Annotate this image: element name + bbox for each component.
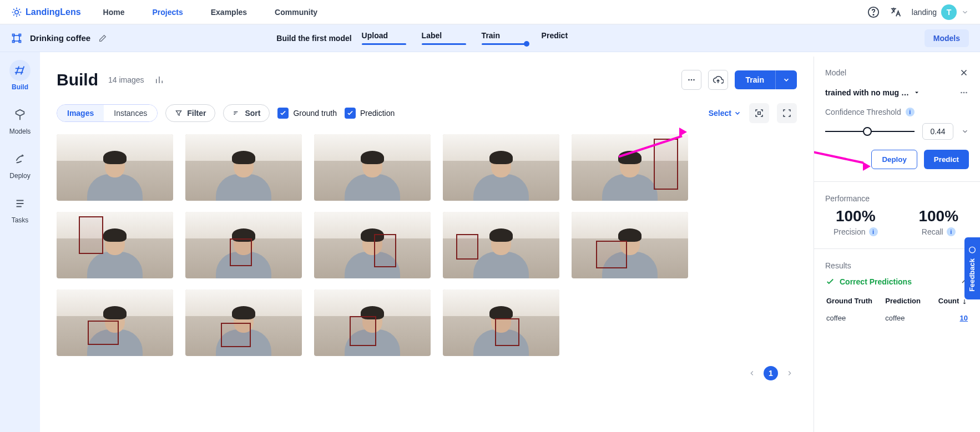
- zoom-fit-button[interactable]: [749, 103, 769, 123]
- confidence-value[interactable]: 0.44: [922, 123, 953, 140]
- svg-point-8: [688, 79, 690, 81]
- deploy-button[interactable]: Deploy: [871, 150, 917, 169]
- feedback-tab[interactable]: Feedback: [964, 237, 980, 299]
- results-label: Results: [825, 261, 851, 270]
- model-name: trained with no mug …: [825, 88, 909, 97]
- page-next[interactable]: [786, 369, 794, 377]
- avatar: T: [941, 4, 957, 20]
- image-thumbnail[interactable]: [57, 212, 173, 278]
- th-prediction: Prediction: [885, 293, 930, 308]
- rail-models[interactable]: Models: [9, 104, 31, 135]
- image-thumbnail[interactable]: [443, 289, 559, 356]
- tab-images[interactable]: Images: [57, 105, 104, 121]
- image-thumbnail[interactable]: [57, 289, 173, 356]
- count-link[interactable]: 10: [960, 314, 968, 322]
- fullscreen-button[interactable]: [777, 103, 797, 123]
- image-thumbnail[interactable]: [572, 134, 688, 201]
- table-row[interactable]: coffee coffee 10: [826, 309, 968, 327]
- sort-button[interactable]: Sort: [223, 104, 270, 122]
- help-icon[interactable]: [867, 6, 880, 18]
- ground-truth-checkbox[interactable]: [277, 108, 289, 119]
- model-selector[interactable]: trained with no mug …: [825, 88, 920, 97]
- prediction-checkbox[interactable]: [345, 108, 356, 119]
- image-count: 14 images: [108, 75, 144, 84]
- nav-home[interactable]: Home: [103, 8, 125, 17]
- check-icon: [825, 277, 835, 287]
- chevron-down-icon: [782, 76, 790, 84]
- image-thumbnail[interactable]: [314, 212, 431, 278]
- detection-box: [221, 323, 251, 347]
- image-thumbnail[interactable]: [443, 212, 559, 278]
- image-thumbnail[interactable]: [185, 134, 302, 201]
- recall-label: Recall: [922, 227, 943, 236]
- image-thumbnail[interactable]: [185, 212, 302, 278]
- detection-box: [654, 139, 678, 190]
- page-prev[interactable]: [748, 369, 756, 377]
- rail-build[interactable]: Build: [9, 60, 31, 91]
- select-button[interactable]: Select: [709, 109, 741, 118]
- rail-deploy[interactable]: Deploy: [9, 149, 31, 180]
- chevron-right-icon: [786, 369, 794, 377]
- nav-examples[interactable]: Examples: [211, 8, 247, 17]
- caret-down-icon: [913, 89, 920, 96]
- correct-predictions-header[interactable]: Correct Predictions: [825, 277, 912, 287]
- filter-icon: [175, 109, 183, 117]
- workflow-step-predict[interactable]: Predict: [542, 31, 586, 45]
- rail-tasks[interactable]: Tasks: [9, 193, 31, 224]
- svg-point-9: [690, 79, 692, 81]
- info-icon[interactable]: i: [869, 227, 878, 236]
- slider-thumb[interactable]: [863, 127, 872, 136]
- info-icon[interactable]: i: [947, 227, 956, 236]
- image-thumbnail[interactable]: [185, 289, 302, 356]
- close-icon[interactable]: [959, 68, 969, 78]
- user-menu[interactable]: landing T: [912, 4, 969, 20]
- edit-icon[interactable]: [98, 34, 107, 43]
- image-thumbnail[interactable]: [57, 134, 173, 201]
- nav-community[interactable]: Community: [275, 8, 317, 17]
- svg-rect-5: [19, 34, 21, 35]
- workflow-step-label[interactable]: Label: [422, 31, 466, 45]
- translate-icon[interactable]: [890, 6, 902, 18]
- ground-truth-label: Ground truth: [293, 109, 337, 118]
- workflow-label: Build the first model: [276, 34, 351, 43]
- workflow-step-upload[interactable]: Upload: [362, 31, 406, 45]
- bounding-box-icon: [11, 33, 22, 44]
- models-button[interactable]: Models: [925, 29, 969, 47]
- train-dropdown[interactable]: [775, 70, 797, 89]
- upload-button[interactable]: [708, 70, 728, 90]
- more-menu[interactable]: [681, 70, 701, 90]
- tab-instances[interactable]: Instances: [104, 105, 157, 121]
- th-count[interactable]: Count: [931, 293, 968, 308]
- svg-rect-11: [758, 112, 761, 115]
- predict-button[interactable]: Predict: [924, 150, 969, 169]
- chevron-down-icon[interactable]: [961, 128, 969, 135]
- cloud-upload-icon: [713, 74, 724, 85]
- user-name: landing: [912, 8, 937, 17]
- image-thumbnail[interactable]: [572, 212, 688, 278]
- tasks-icon: [14, 197, 26, 210]
- more-horizontal-icon[interactable]: [959, 88, 969, 98]
- project-title: Drinking coffee: [30, 33, 90, 43]
- detection-box: [88, 321, 119, 345]
- detection-box: [495, 318, 519, 346]
- nav-projects[interactable]: Projects: [152, 8, 183, 17]
- image-thumbnail[interactable]: [314, 289, 431, 356]
- th-ground-truth: Ground Truth: [826, 293, 884, 308]
- page-current[interactable]: 1: [764, 366, 778, 380]
- image-thumbnail[interactable]: [443, 134, 559, 201]
- info-icon[interactable]: i: [906, 108, 915, 116]
- annotation-arrow-head: [679, 128, 687, 136]
- filter-button[interactable]: Filter: [165, 104, 215, 122]
- detection-box: [230, 238, 252, 266]
- image-thumbnail[interactable]: [314, 134, 431, 201]
- brand-logo[interactable]: LandingLens: [11, 7, 81, 18]
- check-icon: [346, 109, 354, 117]
- svg-point-12: [961, 92, 962, 94]
- svg-point-10: [693, 79, 695, 81]
- confidence-label: Confidence Threshold: [825, 108, 901, 116]
- confidence-slider[interactable]: [825, 131, 915, 132]
- workflow-step-train[interactable]: Train: [482, 31, 526, 45]
- detection-box: [456, 234, 478, 260]
- analytics-icon[interactable]: [154, 75, 164, 85]
- train-button[interactable]: Train: [735, 70, 775, 89]
